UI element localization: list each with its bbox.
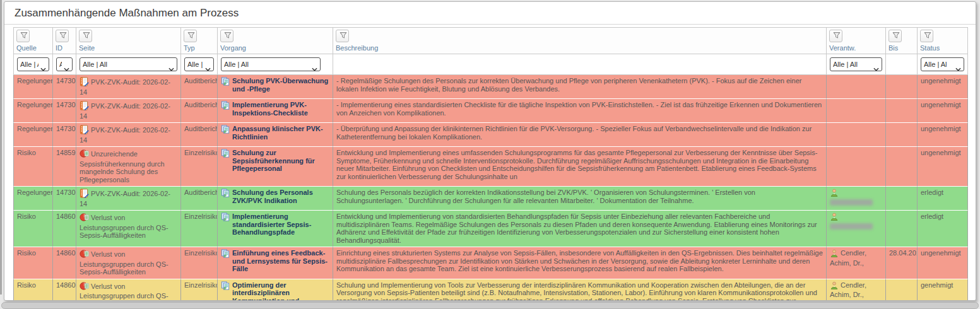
table-row[interactable]: Risiko 14859 Unzureichende Sepsisfrüherk… bbox=[14, 147, 968, 187]
person-icon bbox=[830, 281, 839, 291]
table-row[interactable]: Risiko 14860 Verlust von Leistungsgruppe… bbox=[14, 247, 968, 279]
beschreibung-cell: - Regelmäßige Schulungen des Personals z… bbox=[333, 75, 827, 99]
funnel-icon bbox=[20, 32, 28, 42]
seite-cell[interactable]: Verlust von Leistungsgruppen durch QS-Se… bbox=[76, 247, 181, 279]
table-row[interactable]: Risiko 14860 Verlust von Leistungsgruppe… bbox=[14, 279, 968, 301]
table-row[interactable]: Regelungen 14730 PVK-ZVK-Audit: 2026-02-… bbox=[14, 123, 968, 147]
vorgang-cell[interactable]: Implementierung PVK-Inspektions-Checklis… bbox=[218, 99, 333, 123]
document-copy-icon bbox=[221, 189, 230, 199]
typ-filter-icon-button[interactable] bbox=[184, 30, 197, 42]
verantw-cell bbox=[827, 75, 886, 99]
bis-cell: 28.04.2010 bbox=[886, 247, 918, 279]
quelle-cell: Risiko bbox=[14, 211, 53, 247]
beschreibung-cell: Entwicklung und Implementierung von stan… bbox=[333, 211, 827, 247]
seite-cell[interactable]: PVK-ZVK-Audit: 2026-02-14 bbox=[76, 75, 181, 99]
status-filter-icon-button[interactable] bbox=[920, 30, 933, 42]
seite-cell[interactable]: Unzureichende Sepsisfrüherkennung durch … bbox=[76, 147, 181, 187]
vorgang-cell[interactable]: Schulung PVK-Überwachung und -Pflege bbox=[218, 75, 333, 99]
verantw-filter-icon-button[interactable] bbox=[829, 30, 842, 42]
vorgang-link[interactable]: Implementierung standardisierter Sepsis-… bbox=[232, 213, 329, 236]
verantw-cell: Cendler, Achim, Dr., bbox=[827, 247, 886, 279]
bis-cell bbox=[886, 147, 918, 187]
vorgang-link[interactable]: Anpassung klinischer PVK-Richtlinien bbox=[232, 125, 329, 141]
column-header-id: ID bbox=[53, 28, 76, 54]
quelle-cell: Regelungen bbox=[14, 99, 53, 123]
document-copy-icon bbox=[221, 281, 230, 292]
seite-cell[interactable]: Verlust von Leistungsgruppen durch QS-Se… bbox=[76, 279, 181, 301]
table-row[interactable]: Regelungen 14730 PVK-ZVK-Audit: 2026-02-… bbox=[14, 187, 968, 211]
column-label-typ: Typ bbox=[184, 44, 215, 52]
horizontal-scrollbar[interactable] bbox=[1, 302, 979, 309]
vorgang-link[interactable]: Optimierung der interdisziplinären Kommu… bbox=[232, 281, 329, 301]
risk-pie-icon bbox=[80, 213, 89, 224]
funnel-icon bbox=[923, 32, 932, 42]
quelle-filter-icon-button[interactable] bbox=[16, 30, 30, 42]
funnel-icon bbox=[892, 32, 900, 42]
typ-cell: Auditbericht bbox=[181, 123, 218, 147]
vorgang-cell[interactable]: Optimierung der interdisziplinären Kommu… bbox=[218, 279, 333, 301]
vorgang-filter-icon-button[interactable] bbox=[220, 30, 233, 42]
quelle-filter-select[interactable]: Alle | A bbox=[17, 57, 49, 71]
status-cell: ungenehmigt bbox=[918, 123, 968, 147]
verantw-filter-select[interactable]: Alle | All bbox=[830, 57, 882, 71]
scrollbar-thumb[interactable] bbox=[1, 302, 979, 309]
id-filter-select[interactable]: Al bbox=[56, 57, 73, 71]
vorgang-link[interactable]: Schulung zur Sepsisfrüherkennung für Pfl… bbox=[232, 149, 329, 173]
seite-filter-select[interactable]: Alle | All bbox=[80, 57, 177, 71]
seite-filter-icon-button[interactable] bbox=[79, 30, 92, 42]
id-filter-icon-button[interactable] bbox=[56, 30, 69, 42]
status-cell: ungenehmigt bbox=[918, 75, 968, 99]
vorgang-cell[interactable]: Anpassung klinischer PVK-Richtlinien bbox=[218, 123, 333, 147]
id-cell: 14730 bbox=[53, 75, 76, 99]
table-row[interactable]: Regelungen 14730 PVK-ZVK-Audit: 2026-02-… bbox=[14, 75, 968, 99]
vorgang-link[interactable]: Implementierung PVK-Inspektions-Checklis… bbox=[232, 101, 329, 117]
document-copy-icon bbox=[221, 213, 230, 223]
seite-cell[interactable]: PVK-ZVK-Audit: 2026-02-14 bbox=[76, 99, 181, 123]
vorgang-cell[interactable]: Einführung eines Feedback- und Lernsyste… bbox=[218, 247, 333, 279]
document-copy-icon bbox=[221, 249, 230, 260]
typ-filter-select[interactable]: Alle | A bbox=[184, 57, 214, 71]
document-copy-icon bbox=[221, 149, 230, 160]
bis-cell bbox=[886, 187, 918, 211]
risk-pie-icon bbox=[80, 281, 89, 293]
audit-report-icon bbox=[80, 101, 89, 112]
column-label-seite: Seite bbox=[79, 44, 178, 52]
seite-cell[interactable]: Verlust von Leistungsgruppen durch QS-Se… bbox=[76, 211, 181, 247]
typ-cell: Einzelrisiko bbox=[181, 279, 218, 301]
beschreibung-filter-empty bbox=[333, 54, 827, 75]
beschreibung-filter-icon-button[interactable] bbox=[336, 30, 349, 42]
typ-cell: Auditbericht bbox=[181, 99, 218, 123]
vorgang-cell[interactable]: Schulung zur Sepsisfrüherkennung für Pfl… bbox=[218, 147, 333, 187]
typ-cell: Einzelrisiko bbox=[181, 247, 218, 279]
table-row[interactable]: Risiko 14860 Verlust von Leistungsgruppe… bbox=[14, 211, 968, 247]
table-row[interactable]: Regelungen 14730 PVK-ZVK-Audit: 2026-02-… bbox=[14, 99, 968, 123]
column-label-verantw: Verantw. bbox=[829, 44, 883, 52]
vorgang-link[interactable]: Schulung des Personals ZVK/PVK Indikatio… bbox=[232, 189, 329, 204]
vorgang-link[interactable]: Einführung eines Feedback- und Lernsyste… bbox=[232, 249, 329, 273]
table-filter-row: Alle | A Al Alle | All Alle | A Alle | A… bbox=[14, 54, 968, 75]
funnel-icon bbox=[832, 32, 841, 42]
column-header-status: Status bbox=[918, 28, 968, 54]
quelle-cell: Risiko bbox=[14, 147, 53, 187]
person-icon bbox=[830, 213, 839, 223]
funnel-icon bbox=[223, 32, 232, 42]
verantw-cell: Cendler, Achim, Dr., bbox=[827, 279, 886, 301]
seite-cell[interactable]: PVK-ZVK-Audit: 2026-02-14 bbox=[76, 187, 181, 211]
bis-filter-icon-button[interactable] bbox=[888, 30, 902, 42]
status-filter-select[interactable]: Alle | Al bbox=[921, 57, 964, 71]
person-icon bbox=[830, 189, 839, 199]
vorgang-filter-select[interactable]: Alle | All bbox=[221, 57, 321, 71]
vorgang-cell[interactable]: Schulung des Personals ZVK/PVK Indikatio… bbox=[218, 187, 333, 211]
id-cell: 14860 bbox=[53, 247, 76, 279]
column-label-vorgang: Vorgang bbox=[220, 44, 330, 52]
vorgang-link[interactable]: Schulung PVK-Überwachung und -Pflege bbox=[232, 77, 329, 93]
beschreibung-cell: Einrichtung eines strukturierten Systems… bbox=[333, 247, 827, 279]
column-label-quelle: Quelle bbox=[16, 44, 50, 52]
verantw-cell bbox=[827, 123, 886, 147]
vorgang-cell[interactable]: Implementierung standardisierter Sepsis-… bbox=[218, 211, 333, 247]
measures-table: Quelle ID Seite Typ Vorgang bbox=[13, 27, 968, 301]
seite-cell[interactable]: PVK-ZVK-Audit: 2026-02-14 bbox=[76, 123, 181, 147]
bis-filter-empty bbox=[886, 54, 918, 75]
status-cell: ungenehmigt bbox=[918, 247, 968, 279]
redacted-name bbox=[830, 199, 873, 206]
